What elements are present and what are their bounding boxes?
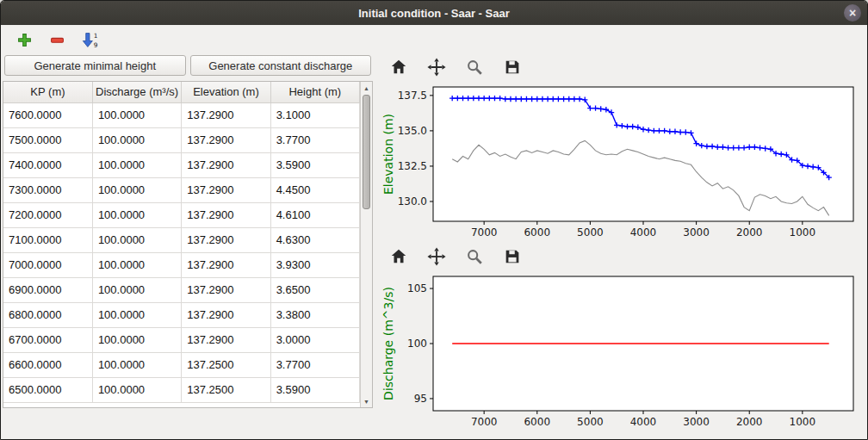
- initial-condition-table: KP (m) Discharge (m³/s) Elevation (m) He…: [3, 82, 360, 403]
- elevation-zoom-button[interactable]: [462, 56, 487, 78]
- svg-text:132.5: 132.5: [398, 160, 427, 172]
- table-cell[interactable]: 137.2500: [182, 377, 270, 402]
- close-button[interactable]: ×: [844, 4, 861, 22]
- table-cell[interactable]: 100.0000: [92, 202, 181, 227]
- table-cell[interactable]: 4.4500: [270, 177, 359, 202]
- table-cell[interactable]: 100.0000: [92, 227, 181, 252]
- discharge-plot-toolbar: [380, 244, 867, 270]
- table-cell[interactable]: 7400.0000: [3, 152, 92, 177]
- table-row: 6900.0000100.0000137.29003.6500: [3, 277, 360, 302]
- column-header-elevation[interactable]: Elevation (m): [182, 82, 270, 102]
- table-cell[interactable]: 7600.0000: [3, 102, 92, 127]
- table-cell[interactable]: 100.0000: [92, 352, 181, 377]
- svg-text:9: 9: [93, 40, 97, 47]
- pan-icon: [427, 58, 446, 77]
- table-cell[interactable]: 7500.0000: [3, 127, 92, 152]
- save-icon: [503, 58, 522, 77]
- table-cell[interactable]: 100.0000: [92, 302, 181, 327]
- table-cell[interactable]: 3.5900: [270, 377, 359, 402]
- table-cell[interactable]: 6800.0000: [3, 302, 92, 327]
- discharge-save-button[interactable]: [500, 245, 524, 268]
- table-cell[interactable]: 3.7700: [270, 127, 359, 152]
- discharge-home-button[interactable]: [387, 245, 411, 268]
- table-cell[interactable]: 6600.0000: [3, 352, 92, 377]
- vertical-scrollbar[interactable]: ▲ ▼: [360, 82, 372, 407]
- table-row: 7100.0000100.0000137.29004.6300: [3, 227, 360, 252]
- table-cell[interactable]: 137.2900: [182, 327, 270, 352]
- table-row: 6600.0000100.0000137.25003.7700: [3, 352, 360, 377]
- left-panel: Generate minimal height Generate constan…: [1, 54, 375, 439]
- table-cell[interactable]: 3.0000: [270, 327, 359, 352]
- pan-icon: [427, 247, 446, 266]
- column-header-discharge[interactable]: Discharge (m³/s): [92, 82, 181, 102]
- table-cell[interactable]: 137.2900: [182, 177, 270, 202]
- table-row: 7500.0000100.0000137.29003.7700: [3, 127, 360, 152]
- table-cell[interactable]: 137.2900: [182, 202, 270, 227]
- add-row-button[interactable]: [11, 28, 37, 52]
- table-cell[interactable]: 7200.0000: [3, 202, 92, 227]
- table-cell[interactable]: 7000.0000: [3, 252, 92, 277]
- table-cell[interactable]: 3.1000: [270, 102, 359, 127]
- table-cell[interactable]: 100.0000: [92, 327, 181, 352]
- svg-text:4000: 4000: [630, 416, 657, 428]
- table-cell[interactable]: 4.6100: [270, 202, 359, 227]
- table-row: 7600.0000100.0000137.29003.1000: [3, 102, 360, 127]
- table-cell[interactable]: 100.0000: [92, 102, 181, 127]
- table-cell[interactable]: 137.2900: [182, 252, 270, 277]
- elevation-pan-button[interactable]: [425, 56, 449, 78]
- scroll-down-button[interactable]: ▼: [361, 395, 372, 407]
- elevation-chart[interactable]: 7000600050004000300020001000130.0132.513…: [380, 80, 865, 244]
- discharge-chart[interactable]: 700060005000400030002000100095100105Disc…: [380, 270, 865, 433]
- svg-text:135.0: 135.0: [398, 125, 427, 137]
- numeric-sort-icon: 1 9: [82, 32, 98, 48]
- elevation-home-button[interactable]: [387, 56, 411, 78]
- discharge-zoom-button[interactable]: [462, 245, 487, 268]
- table-cell[interactable]: 6700.0000: [3, 327, 92, 352]
- table-cell[interactable]: 137.2900: [182, 102, 270, 127]
- table-cell[interactable]: 6900.0000: [3, 277, 92, 302]
- svg-text:3000: 3000: [683, 226, 710, 239]
- table-cell[interactable]: 3.9300: [270, 252, 359, 277]
- initial-condition-table-area: KP (m) Discharge (m³/s) Elevation (m) He…: [3, 81, 373, 408]
- table-cell[interactable]: 137.2900: [182, 277, 270, 302]
- save-icon: [503, 247, 522, 266]
- scrollbar-thumb[interactable]: [363, 95, 370, 209]
- table-cell[interactable]: 3.7700: [270, 352, 359, 377]
- table-cell[interactable]: 137.2900: [182, 127, 270, 152]
- table-cell[interactable]: 137.2900: [182, 152, 270, 177]
- table-cell[interactable]: 137.2500: [182, 352, 270, 377]
- discharge-pan-button[interactable]: [425, 245, 449, 268]
- titlebar[interactable]: Initial condition - Saar - Saar ×: [1, 1, 867, 25]
- remove-row-button[interactable]: [44, 28, 70, 52]
- scroll-up-button[interactable]: ▲: [361, 82, 372, 94]
- scrollbar-track[interactable]: [361, 94, 372, 395]
- table-cell[interactable]: 100.0000: [92, 177, 181, 202]
- svg-text:5000: 5000: [577, 226, 604, 239]
- generate-minimal-height-button[interactable]: Generate minimal height: [4, 55, 186, 76]
- svg-text:3000: 3000: [683, 416, 710, 428]
- table-cell[interactable]: 3.5900: [270, 152, 359, 177]
- close-icon: ×: [849, 6, 856, 20]
- svg-text:7000: 7000: [471, 226, 498, 239]
- table-cell[interactable]: 100.0000: [92, 277, 181, 302]
- column-header-height[interactable]: Height (m): [270, 82, 359, 102]
- generate-constant-discharge-button[interactable]: Generate constant discharge: [190, 55, 372, 76]
- column-header-kp[interactable]: KP (m): [3, 82, 92, 102]
- table-cell[interactable]: 7100.0000: [3, 227, 92, 252]
- table-cell[interactable]: 7300.0000: [3, 177, 92, 202]
- zoom-icon: [465, 247, 484, 266]
- table-cell[interactable]: 6500.0000: [3, 377, 92, 402]
- table-header-row: KP (m) Discharge (m³/s) Elevation (m) He…: [3, 82, 360, 102]
- table-cell[interactable]: 137.2900: [182, 227, 270, 252]
- table-cell[interactable]: 100.0000: [92, 127, 181, 152]
- elevation-save-button[interactable]: [500, 56, 524, 78]
- table-cell[interactable]: 137.2900: [182, 302, 270, 327]
- table-cell[interactable]: 3.3800: [270, 302, 359, 327]
- table-cell[interactable]: 3.6500: [270, 277, 359, 302]
- table-cell[interactable]: 100.0000: [92, 377, 181, 402]
- table-cell[interactable]: 4.6300: [270, 227, 359, 252]
- table-cell[interactable]: 100.0000: [92, 152, 181, 177]
- content-area: Generate minimal height Generate constan…: [1, 54, 867, 439]
- sort-button[interactable]: 1 9: [77, 28, 102, 52]
- table-cell[interactable]: 100.0000: [92, 252, 181, 277]
